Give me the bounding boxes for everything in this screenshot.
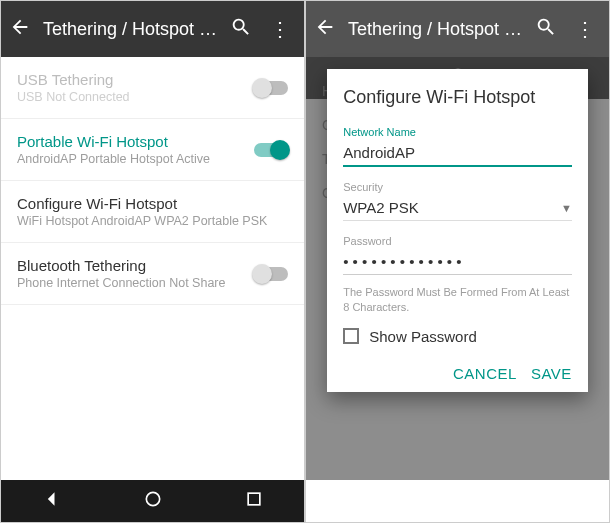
nav-back-icon[interactable] [42,489,62,513]
appbar-title: Tethering / Hotspot P... [43,19,218,40]
overflow-menu-icon[interactable]: ⋮ [264,17,296,41]
chevron-down-icon: ▼ [561,202,572,214]
svg-rect-1 [248,493,260,505]
security-value: WPA2 PSK [343,199,561,216]
cancel-button[interactable]: CANCEL [453,365,517,382]
usb-tethering-switch [254,81,288,95]
network-name-label: Network Name [343,126,572,138]
appbar-left: Tethering / Hotspot P... ⋮ [1,1,304,57]
configure-hotspot-row[interactable]: Configure Wi-Fi Hotspot WiFi Hotspot And… [1,181,304,243]
overflow-menu-icon[interactable]: ⋮ [569,17,601,41]
save-button[interactable]: SAVE [531,365,572,382]
appbar-right: Tethering / Hotspot P... ⋮ [306,1,609,57]
wifi-hotspot-title: Portable Wi-Fi Hotspot [17,133,242,150]
configure-hotspot-dialog: Configure Wi-Fi Hotspot Network Name Sec… [327,69,588,392]
password-helper: The Password Must Be Formed From At Leas… [343,285,572,316]
configure-hotspot-title: Configure Wi-Fi Hotspot [17,195,288,212]
nav-recent-icon[interactable] [244,489,264,513]
bluetooth-tethering-row[interactable]: Bluetooth Tethering Phone Internet Conne… [1,243,304,305]
wifi-hotspot-switch[interactable] [254,143,288,157]
phone-left: Tethering / Hotspot P... ⋮ USB Tethering… [0,0,305,523]
wifi-hotspot-sub: AndroidAP Portable Hotspot Active [17,152,242,166]
bluetooth-tethering-title: Bluetooth Tethering [17,257,242,274]
usb-tethering-sub: USB Not Connected [17,90,242,104]
network-name-input[interactable] [343,138,572,167]
password-input[interactable] [343,247,572,275]
search-icon[interactable] [230,16,252,42]
nav-home-icon[interactable] [143,489,163,513]
appbar-title: Tethering / Hotspot P... [348,19,523,40]
usb-tethering-row: USB Tethering USB Not Connected [1,57,304,119]
search-icon[interactable] [535,16,557,42]
back-icon[interactable] [314,16,336,42]
wifi-hotspot-row[interactable]: Portable Wi-Fi Hotspot AndroidAP Portabl… [1,119,304,181]
dialog-title: Configure Wi-Fi Hotspot [343,87,572,108]
bluetooth-tethering-switch[interactable] [254,267,288,281]
bluetooth-tethering-sub: Phone Internet Connection Not Share [17,276,242,290]
configure-hotspot-sub: WiFi Hotspot AndroidAP WPA2 Portable PSK [17,214,288,228]
phone-right: Tethering / Hotspot P... ⋮ H C T C Confi… [305,0,610,523]
show-password-row[interactable]: Show Password [343,328,572,345]
svg-point-0 [146,492,159,505]
show-password-checkbox[interactable] [343,328,359,344]
settings-list: USB Tethering USB Not Connected Portable… [1,57,304,480]
usb-tethering-title: USB Tethering [17,71,242,88]
password-label: Password [343,235,572,247]
dialog-scrim: Configure Wi-Fi Hotspot Network Name Sec… [306,57,609,480]
back-icon[interactable] [9,16,31,42]
security-select[interactable]: WPA2 PSK ▼ [343,193,572,221]
dialog-actions: CANCEL SAVE [343,365,572,382]
navbar-left [1,480,304,522]
security-label: Security [343,181,572,193]
show-password-label: Show Password [369,328,477,345]
